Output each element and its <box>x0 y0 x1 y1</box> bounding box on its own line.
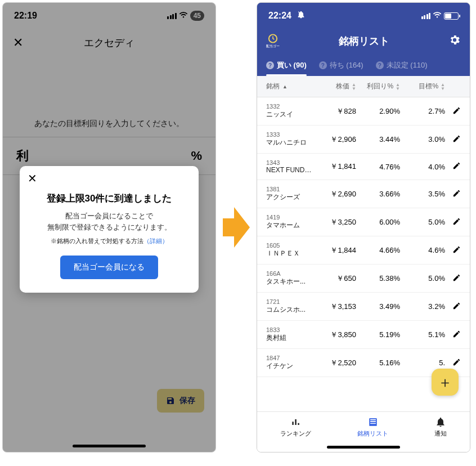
target-cell: 3.5% <box>400 190 445 198</box>
table-row[interactable]: 1721コムシスホ...￥3,1533.49%3.2% <box>257 293 470 321</box>
edit-button[interactable] <box>445 135 461 145</box>
stock-name: タスキホー... <box>266 277 313 286</box>
edit-button[interactable] <box>445 162 461 172</box>
target-cell: 4.6% <box>400 246 445 254</box>
modal-note: ※銘柄の入れ替えで対処する方法（詳細） <box>30 237 188 245</box>
nav-notify[interactable]: 通知 <box>434 416 447 438</box>
column-header: 銘柄▲ 株価▲▼ 利回り%▲▼ 目標%▲▼ <box>257 76 470 97</box>
settings-icon[interactable] <box>448 34 461 48</box>
list-icon <box>367 416 379 428</box>
nav-list[interactable]: 銘柄リスト <box>357 416 388 438</box>
edit-button[interactable] <box>445 106 461 116</box>
price-cell: ￥3,153 <box>316 302 356 312</box>
stock-code: 1721 <box>266 298 316 305</box>
target-cell: 3.0% <box>400 135 445 144</box>
stock-list[interactable]: 1332ニッスイ￥8282.90%2.7%1333マルハニチロ￥2,9063.4… <box>257 97 470 395</box>
table-row[interactable]: 1333マルハニチロ￥2,9063.44%3.0% <box>257 126 470 154</box>
tab-buy[interactable]: ? 買い (90) <box>266 56 307 76</box>
yield-cell: 4.76% <box>356 163 400 171</box>
price-cell: ￥2,906 <box>316 135 356 145</box>
details-link[interactable]: （詳細） <box>143 238 168 244</box>
plus-icon: ＋ <box>438 373 452 392</box>
target-cell: 5. <box>400 359 445 367</box>
table-row[interactable]: 1343NEXT FUNDS ...￥1,8414.76%4.0% <box>257 154 470 180</box>
stock-code: 166A <box>266 270 316 277</box>
mute-icon <box>297 11 305 20</box>
edit-button[interactable] <box>445 189 461 199</box>
pencil-icon <box>452 245 461 254</box>
stock-name-cell: 1419タマホーム <box>266 214 316 230</box>
price-cell: ￥2,520 <box>316 358 356 368</box>
pencil-icon <box>452 162 461 170</box>
edit-button[interactable] <box>445 330 461 340</box>
table-row[interactable]: 1605ＩＮＰＥＸ￥1,8444.66%4.6% <box>257 236 470 265</box>
stock-code: 1419 <box>266 214 316 221</box>
price-cell: ￥650 <box>316 274 356 284</box>
stock-name: マルハニチロ <box>266 138 313 147</box>
pencil-icon <box>452 135 461 143</box>
bar-chart-icon <box>290 416 302 428</box>
col-yield[interactable]: 利回り%▲▼ <box>356 82 400 91</box>
help-icon[interactable]: ? <box>266 61 274 69</box>
status-time: 22:24 <box>268 11 291 20</box>
stock-name-cell: 1833奥村組 <box>266 326 316 343</box>
price-cell: ￥1,844 <box>316 245 356 256</box>
price-cell: ￥3,250 <box>316 217 356 227</box>
left-phone-frame: 22:19 45 ✕ エクセディ あなたの目標利回りを入力してください。 利 %… <box>2 2 216 452</box>
stock-code: 1343 <box>266 159 316 166</box>
tab-bar: ? 買い (90) ? 待ち (164) ? 未設定 (110) <box>257 56 470 76</box>
yield-cell: 6.00% <box>356 218 400 226</box>
edit-button[interactable] <box>445 274 461 284</box>
stock-name-cell: 1605ＩＮＰＥＸ <box>266 242 316 258</box>
table-row[interactable]: 1419タマホーム￥3,2506.00%5.0% <box>257 208 470 236</box>
pencil-icon <box>452 330 461 338</box>
stock-code: 1333 <box>266 131 316 138</box>
stock-name: イチケン <box>266 361 313 371</box>
close-icon[interactable]: ✕ <box>28 172 37 185</box>
stock-code: 1833 <box>266 326 316 333</box>
table-row[interactable]: 1332ニッスイ￥8282.90%2.7% <box>257 97 470 126</box>
target-cell: 5.0% <box>400 274 445 283</box>
stock-name-cell: 1333マルハニチロ <box>266 131 316 147</box>
add-button[interactable]: ＋ <box>432 369 459 396</box>
sort-icon: ▲▼ <box>352 83 356 91</box>
col-price[interactable]: 株価▲▼ <box>316 82 356 91</box>
target-cell: 2.7% <box>400 107 445 115</box>
stock-name: アクシーズ <box>266 192 313 202</box>
home-indicator <box>327 446 400 449</box>
pencil-icon <box>452 274 461 282</box>
edit-button[interactable] <box>445 217 461 227</box>
yield-cell: 2.90% <box>356 107 400 115</box>
price-cell: ￥2,690 <box>316 189 356 199</box>
col-target[interactable]: 目標%▲▼ <box>400 82 445 91</box>
table-row[interactable]: 1833奥村組￥3,8505.19%5.1% <box>257 321 470 349</box>
edit-button[interactable] <box>445 245 461 256</box>
help-icon[interactable]: ? <box>319 61 327 69</box>
target-cell: 5.1% <box>400 330 445 339</box>
wifi-icon <box>433 11 442 20</box>
pencil-icon <box>452 358 461 366</box>
stock-name: コムシスホ... <box>266 305 313 315</box>
tab-unset[interactable]: ? 未設定 (110) <box>376 56 428 76</box>
sort-icon: ▲▼ <box>441 83 445 91</box>
titlebar: 配当ゴー 銘柄リスト <box>257 29 470 56</box>
price-cell: ￥828 <box>316 106 356 116</box>
col-name[interactable]: 銘柄▲ <box>266 82 316 91</box>
app-logo[interactable]: 配当ゴー <box>266 33 280 49</box>
modal-body: 配当ゴー会員になることで 無制限で登録できるようになります。 <box>30 210 188 232</box>
stock-name: タマホーム <box>266 221 313 230</box>
table-row[interactable]: 166Aタスキホー...￥6505.38%5.0% <box>257 265 470 293</box>
edit-button[interactable] <box>445 302 461 312</box>
nav-ranking[interactable]: ランキング <box>280 416 311 438</box>
price-cell: ￥1,841 <box>316 162 356 172</box>
signal-icon <box>421 13 431 19</box>
edit-button[interactable] <box>445 358 461 368</box>
table-row[interactable]: 1381アクシーズ￥2,6903.66%3.5% <box>257 180 470 208</box>
battery-icon <box>444 12 459 20</box>
stock-name-cell: 1721コムシスホ... <box>266 298 316 315</box>
tab-wait[interactable]: ? 待ち (164) <box>319 56 363 76</box>
help-icon[interactable]: ? <box>376 61 384 69</box>
become-member-button[interactable]: 配当ゴー会員になる <box>60 256 158 279</box>
stock-name: ニッスイ <box>266 110 313 119</box>
stock-name-cell: 1343NEXT FUNDS ... <box>266 159 316 174</box>
